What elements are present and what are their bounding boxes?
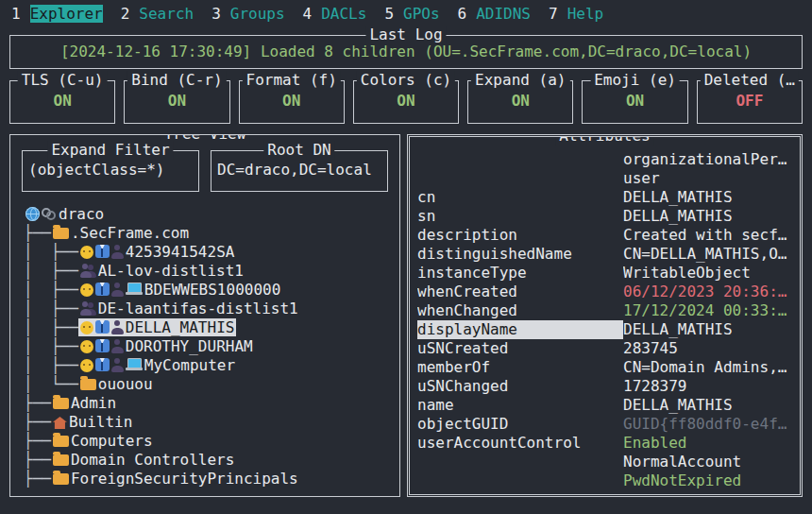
bust-icon xyxy=(111,339,124,353)
attribute-value: DELLA_MATHIS xyxy=(623,188,792,207)
tree-node-label: DE-laantifas-distlist1 xyxy=(98,300,298,317)
attribute-value: 06/12/2023 20:36:… xyxy=(623,283,792,301)
folder-icon xyxy=(53,436,69,447)
attribute-name: uSNChanged xyxy=(417,377,623,396)
attribute-row-usncreated[interactable]: uSNCreated283745 xyxy=(417,339,792,358)
attribute-name: sn xyxy=(417,207,623,226)
attribute-row-instancetype[interactable]: instanceTypeWritableObject xyxy=(417,264,792,283)
tree-guide: ├── xyxy=(24,394,51,412)
tab-number: 1 xyxy=(11,5,21,23)
attribute-row-sn[interactable]: snDELLA_MATHIS xyxy=(417,207,792,226)
tab-explorer[interactable]: 1Explorer xyxy=(11,5,103,28)
toggle-emoji[interactable]: Emoji (e)ON xyxy=(582,80,687,124)
tree-row-foreignsecurityprincipals[interactable]: ├──ForeignSecurityPrincipals xyxy=(24,470,399,488)
suit-icon xyxy=(95,358,110,371)
toggle-row: TLS (C-u)ONBind (C-r)ONFormat (f)ONColor… xyxy=(9,80,803,124)
bust-icon xyxy=(111,358,124,372)
attribute-row-name[interactable]: nameDELLA_MATHIS xyxy=(417,396,792,415)
tree-node-label: ououou xyxy=(98,375,153,393)
attribute-row-whencreated[interactable]: whenCreated06/12/2023 20:36:… xyxy=(417,283,792,301)
attribute-row-cn[interactable]: cnDELLA_MATHIS xyxy=(417,188,792,207)
attribute-value: 1728379 xyxy=(623,377,792,396)
toggle-bind[interactable]: Bind (C-r)ON xyxy=(124,80,229,124)
attribute-row-displayname[interactable]: displayNameDELLA_MATHIS xyxy=(417,320,792,339)
attribute-row-distinguishedname[interactable]: distinguishedNameCN=DELLA_MATHIS,O… xyxy=(417,245,792,264)
attribute-row-objectguid[interactable]: objectGUIDGUID{ff80ddf0-e4f… xyxy=(417,415,792,434)
tree-node: Computers xyxy=(51,432,155,450)
tree-guide: │ ├── xyxy=(24,262,78,280)
suit-icon xyxy=(95,339,110,352)
tree-row-ououou[interactable]: │ └──ououou xyxy=(24,375,399,394)
tab-adidns[interactable]: 6ADIDNS xyxy=(458,5,531,28)
tree-node: BDEWWEBS1000000 xyxy=(78,281,283,299)
attribute-row-useraccountcontrol[interactable]: userAccountControlEnabled xyxy=(417,434,792,453)
tree-node: ForeignSecurityPrincipals xyxy=(51,470,300,488)
tree-node: AL-lov-distlist1 xyxy=(78,262,245,280)
tree-row-4253941542sa[interactable]: │ ├──4253941542SA xyxy=(24,243,399,262)
tab-help[interactable]: 7Help xyxy=(549,5,603,28)
tab-bar: 1Explorer2Search3Groups4DACLs5GPOs6ADIDN… xyxy=(0,0,812,28)
attribute-name xyxy=(417,150,623,169)
tab-label: DACLs xyxy=(321,5,366,23)
house-icon xyxy=(53,417,67,429)
main-area: Tree View Expand Filter (objectClass=*) … xyxy=(9,134,803,497)
attribute-name: displayName xyxy=(417,320,623,339)
tab-number: 7 xyxy=(549,5,558,23)
tab-label: Groups xyxy=(230,5,285,23)
tree-row-al-lov-distlist1[interactable]: │ ├──AL-lov-distlist1 xyxy=(24,262,399,281)
attribute-row-description[interactable]: descriptionCreated with secf… xyxy=(417,226,792,245)
attributes-table: organizationalPer…usercnDELLA_MATHISsnDE… xyxy=(410,150,800,490)
tree-row-de-laantifas-distlist1[interactable]: │ ├──DE-laantifas-distlist1 xyxy=(24,300,399,318)
attribute-row-user[interactable]: user xyxy=(417,169,792,188)
attribute-value: DELLA_MATHIS xyxy=(623,396,792,415)
tab-search[interactable]: 2Search xyxy=(121,5,194,28)
user-icon xyxy=(80,246,93,259)
toggle-deleted[interactable]: Deleted (…OFF xyxy=(697,80,803,124)
tree-row-dorothy-durham[interactable]: │ ├──DOROTHY_DURHAM xyxy=(24,337,399,356)
tree-row-admin[interactable]: ├──Admin xyxy=(24,394,399,413)
toggle-expand[interactable]: Expand (a)ON xyxy=(467,80,573,124)
tree-node-label: .SecFrame.com xyxy=(71,224,189,242)
tree-row-mycomputer[interactable]: │ ├──MyComputer xyxy=(24,356,399,375)
tree-row-della-mathis[interactable]: │ ├──DELLA_MATHIS xyxy=(24,318,399,337)
expand-filter-box: Expand Filter (objectClass=*) xyxy=(22,150,199,192)
tree-node: MyComputer xyxy=(78,356,237,374)
tree-row-secframe-com[interactable]: ├──.SecFrame.com xyxy=(24,224,399,243)
tree-guide: │ ├── xyxy=(24,281,78,299)
tree-row-domain-controllers[interactable]: ├──Domain Controllers xyxy=(24,451,399,470)
attribute-value: PwdNotExpired xyxy=(623,471,792,490)
attribute-row-memberof[interactable]: memberOfCN=Domain Admins,… xyxy=(417,358,792,377)
attribute-row-normalaccount[interactable]: NormalAccount xyxy=(417,453,792,471)
laptop-icon xyxy=(126,358,143,371)
attribute-row-pwdnotexpired[interactable]: PwdNotExpired xyxy=(417,471,792,490)
bust-icon xyxy=(111,283,124,297)
tree-row-builtin[interactable]: ├──Builtin xyxy=(24,413,399,432)
tab-number: 3 xyxy=(211,5,221,23)
tree-node: Builtin xyxy=(51,413,134,431)
tree-node: Domain Controllers xyxy=(51,451,236,469)
attribute-row-organizationalper[interactable]: organizationalPer… xyxy=(417,150,792,169)
tab-label: GPOs xyxy=(403,5,440,23)
tree-row-computers[interactable]: ├──Computers xyxy=(24,432,399,451)
tree-guide: ├── xyxy=(24,413,51,431)
tab-dacls[interactable]: 4DACLs xyxy=(303,5,367,28)
toggle-colors[interactable]: Colors (c)ON xyxy=(353,80,459,124)
attributes-panel: Attributes organizationalPer…usercnDELLA… xyxy=(407,134,803,497)
attribute-value: DELLA_MATHIS xyxy=(623,207,792,226)
toggle-tls[interactable]: TLS (C-u)ON xyxy=(9,80,115,124)
folder-icon xyxy=(53,473,69,485)
tree-row-bdewwebs1000000[interactable]: │ ├──BDEWWEBS1000000 xyxy=(24,281,399,300)
toggle-format[interactable]: Format (f)ON xyxy=(239,80,345,124)
tree-row-draco[interactable]: draco xyxy=(24,205,399,224)
folder-icon xyxy=(53,228,69,239)
attribute-row-usnchanged[interactable]: uSNChanged1728379 xyxy=(417,377,792,396)
suit-icon xyxy=(95,245,110,258)
tab-number: 4 xyxy=(303,5,313,23)
tab-groups[interactable]: 3Groups xyxy=(211,5,284,28)
toggle-title: TLS (C-u) xyxy=(18,71,108,90)
attribute-row-whenchanged[interactable]: whenChanged17/12/2024 00:33:… xyxy=(417,301,792,320)
tree-node: .SecFrame.com xyxy=(51,224,191,242)
group-icon xyxy=(80,301,96,316)
attribute-name: userAccountControl xyxy=(417,434,623,453)
root-dn-label: Root DN xyxy=(263,141,334,160)
